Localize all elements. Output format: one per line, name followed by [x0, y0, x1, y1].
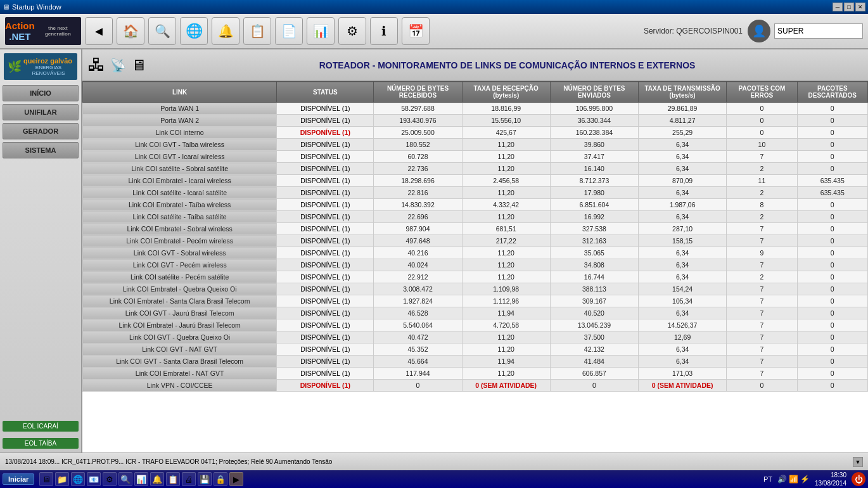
settings-button2[interactable]: ⚙ — [338, 17, 366, 45]
user-input[interactable] — [774, 23, 863, 39]
scroll-button[interactable]: ▼ — [853, 457, 863, 467]
cell-link: Link COI satélite - Sobral satélite — [83, 163, 277, 175]
cell-bytes-env: 36.330.344 — [550, 115, 638, 127]
table-container[interactable]: LINK STATUS NÚMERO DE BYTESRECEBIDOS TAX… — [82, 81, 868, 453]
taskbar-icon-1[interactable]: 🖥 — [39, 472, 53, 486]
cell-bytes-env: 312.163 — [550, 235, 638, 247]
sidebar-section-eol-icarai[interactable]: EOL ICARAÍ — [3, 421, 79, 432]
taskbar-icon-7[interactable]: 📊 — [134, 472, 148, 486]
table-row: Link COI Embratel - Jaurú Brasil Telecom… — [83, 319, 868, 331]
taskbar-icon-2[interactable]: 📁 — [55, 472, 69, 486]
cell-bytes-rec: 40.024 — [374, 259, 462, 271]
taskbar-icon-10[interactable]: 🖨 — [182, 472, 196, 486]
cell-pac-erros: 9 — [727, 247, 797, 259]
page-icon-router: 🖧 — [87, 55, 105, 75]
taskbar-icon-6[interactable]: 🔍 — [118, 472, 132, 486]
cell-pac-erros: 7 — [727, 319, 797, 331]
report-button[interactable]: 📋 — [243, 17, 271, 45]
sidebar-item-gerador[interactable]: GERADOR — [3, 123, 79, 139]
cell-link: Link VPN - COI/CCEE — [83, 380, 277, 392]
cell-status: DISPONÍVEL (1) — [277, 223, 374, 235]
taskbar-icon-4[interactable]: 📧 — [87, 472, 101, 486]
cell-taxa-trans: 154,24 — [639, 283, 727, 295]
window-controls: ─ □ ✕ — [833, 3, 865, 11]
app-logo: Action.NET the next generation — [5, 17, 81, 45]
cell-status: DISPONÍVEL (1) — [277, 331, 374, 344]
sidebar-item-unifilar[interactable]: UNIFILAR — [3, 104, 79, 120]
table-row: Link COI Embratel - NAT GVTDISPONÍVEL (1… — [83, 368, 868, 380]
page-title: ROTEADOR - MONITORAMENTO DE LINKS DE COM… — [151, 60, 863, 70]
maximize-button[interactable]: □ — [844, 3, 854, 11]
cell-taxa-trans: 6,34 — [639, 356, 727, 368]
page-icon-server: 🖥 — [131, 56, 146, 74]
close-button[interactable]: ✕ — [855, 3, 865, 11]
cell-taxa-rec: 11,20 — [462, 151, 550, 163]
search-button[interactable]: 🔍 — [148, 17, 176, 45]
taskbar-icon-12[interactable]: 🔒 — [214, 472, 227, 486]
cell-pac-desc: 635.435 — [797, 175, 867, 187]
sidebar-item-sistema[interactable]: SISTEMA — [3, 142, 79, 158]
table-row: Link COI GVT - NAT GVTDISPONÍVEL (1)45.3… — [83, 344, 868, 356]
cell-pac-desc: 0 — [797, 319, 867, 331]
start-button[interactable]: Iniciar — [3, 473, 34, 485]
cell-status: DISPONÍVEL (1) — [277, 163, 374, 175]
cell-status: DISPONÍVEL (1) — [277, 319, 374, 331]
info-button[interactable]: ℹ — [370, 17, 398, 45]
cell-bytes-rec: 25.009.500 — [374, 127, 462, 139]
cell-taxa-rec: 217,22 — [462, 235, 550, 247]
sidebar-section-eol-taiba[interactable]: EOL TAÍBA — [3, 438, 79, 449]
cell-bytes-env: 0 — [550, 380, 638, 392]
cell-taxa-trans: 287,10 — [639, 223, 727, 235]
cell-pac-desc: 0 — [797, 151, 867, 163]
taskbar-icon-9[interactable]: 📋 — [166, 472, 180, 486]
cell-pac-desc: 0 — [797, 380, 867, 392]
power-button[interactable]: ⏻ — [852, 472, 865, 486]
taskbar-icon-11[interactable]: 💾 — [198, 472, 212, 486]
taskbar-icons: 🖥 📁 🌐 📧 ⚙ 🔍 📊 🔔 📋 🖨 💾 🔒 ▶ — [39, 472, 243, 486]
cell-pac-erros: 10 — [727, 139, 797, 151]
table-row: Link COI satélite - Icaraí satéliteDISPO… — [83, 187, 868, 199]
alert-button[interactable]: 🔔 — [212, 17, 239, 45]
back-button[interactable]: ◄ — [85, 17, 113, 45]
cell-taxa-rec: 11,20 — [462, 247, 550, 259]
cell-taxa-rec: 11,20 — [462, 344, 550, 356]
cell-taxa-trans: 6,34 — [639, 187, 727, 199]
taskbar-right: PT 🔊 📶 ⚡ 18:30 13/08/2014 ⏻ — [763, 471, 865, 487]
cell-taxa-trans: 171,03 — [639, 368, 727, 380]
toolbar: Action.NET the next generation ◄ 🏠 🔍 🌐 🔔… — [0, 14, 868, 49]
cell-pac-desc: 0 — [797, 344, 867, 356]
cell-taxa-rec: 11,94 — [462, 307, 550, 319]
cell-status: DISPONÍVEL (1) — [277, 115, 374, 127]
cell-status: DISPONÍVEL (1) — [277, 259, 374, 271]
cell-taxa-rec: 425,67 — [462, 127, 550, 139]
sidebar-item-inicio[interactable]: INÍCIO — [3, 85, 79, 101]
calendar-button[interactable]: 📅 — [402, 17, 430, 45]
cell-taxa-trans: 29.861,89 — [639, 103, 727, 115]
cell-pac-desc: 0 — [797, 103, 867, 115]
taskbar-icon-startup[interactable]: ▶ — [229, 472, 243, 486]
cell-pac-desc: 0 — [797, 295, 867, 307]
cell-pac-erros: 0 — [727, 115, 797, 127]
cell-bytes-env: 39.860 — [550, 139, 638, 151]
cell-bytes-rec: 497.648 — [374, 235, 462, 247]
chart-button[interactable]: 📊 — [307, 17, 335, 45]
cell-taxa-rec: 18.816,99 — [462, 103, 550, 115]
cell-taxa-rec: 1.112,96 — [462, 295, 550, 307]
cell-bytes-rec: 117.944 — [374, 368, 462, 380]
sidebar: 🌿 queiroz galvão ENERGIAS RENOVÁVEIS INÍ… — [0, 49, 82, 453]
cell-pac-erros: 0 — [727, 127, 797, 139]
cell-bytes-rec: 22.696 — [374, 211, 462, 223]
taskbar-icon-8[interactable]: 🔔 — [150, 472, 164, 486]
network-button[interactable]: 🌐 — [180, 17, 208, 45]
cell-status: DISPONÍVEL (1) — [277, 307, 374, 319]
taskbar-icon-5[interactable]: ⚙ — [103, 472, 117, 486]
taskbar-icon-3[interactable]: 🌐 — [71, 472, 85, 486]
home-button[interactable]: 🏠 — [117, 17, 144, 45]
cell-bytes-rec: 0 — [374, 380, 462, 392]
cell-status: DISPONÍVEL (1) — [277, 344, 374, 356]
cell-bytes-env: 16.140 — [550, 163, 638, 175]
minimize-button[interactable]: ─ — [833, 3, 843, 11]
tray-icon-1: 🔊 — [777, 475, 787, 484]
doc-button[interactable]: 📄 — [275, 17, 303, 45]
cell-bytes-env: 17.980 — [550, 187, 638, 199]
